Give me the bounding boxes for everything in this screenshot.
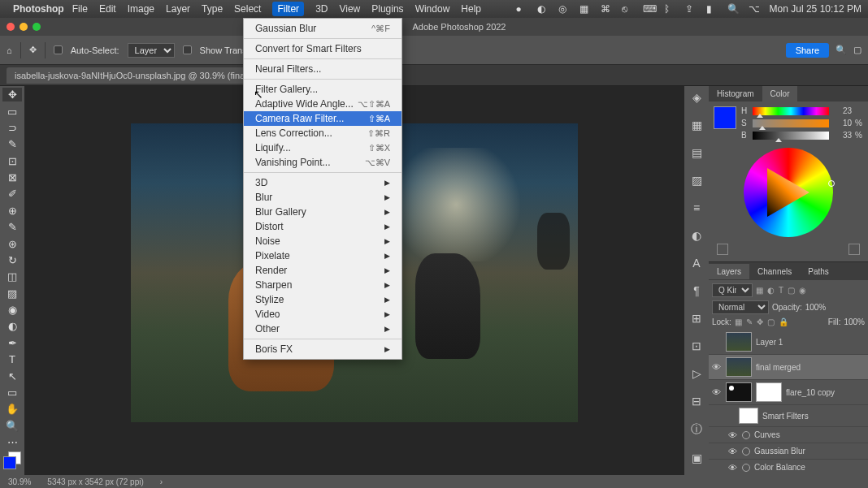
menu-edit[interactable]: Edit [99,3,116,15]
menu-select[interactable]: Select [234,3,261,15]
home-icon[interactable]: ⌂ [7,45,12,55]
filter-adjust-icon[interactable]: ◐ [767,286,775,295]
channels-tab[interactable]: Channels [749,264,800,279]
filter-stylize-submenu[interactable]: Stylize▶ [244,292,401,307]
status-icon-3[interactable]: ◎ [558,3,570,15]
lock-pixels-icon[interactable]: ✎ [746,317,753,326]
visibility-toggle[interactable]: 👁 [728,430,738,440]
zoom-tool[interactable]: 🔍 [2,419,22,433]
wifi2-icon[interactable]: ⇪ [685,3,697,15]
filter-vanishing-item[interactable]: Vanishing Point...⌥⌘V [244,155,401,170]
filter-render-submenu[interactable]: Render▶ [244,263,401,278]
paths-tab[interactable]: Paths [800,264,837,279]
filter-type-icon[interactable]: T [779,286,783,295]
filter-adaptive-item[interactable]: Adaptive Wide Angle...⌥⇧⌘A [244,97,401,111]
filter-gallery-item[interactable]: Filter Gallery... [244,82,401,97]
move-tool-icon[interactable]: ✥ [29,45,37,55]
frame-tool[interactable]: ⊠ [2,171,22,184]
show-transform-checkbox[interactable] [183,45,192,54]
blur-tool[interactable]: ◉ [2,303,22,317]
history-brush-tool[interactable]: ↻ [2,253,22,267]
filter-noise-submenu[interactable]: Noise▶ [244,234,401,248]
hue-slider[interactable] [753,107,829,115]
lock-all-icon[interactable]: 🔒 [779,317,788,326]
filter-last-item[interactable]: Gaussian Blur^⌘F [244,21,401,36]
path-tool[interactable]: ↖ [2,369,22,382]
crop-tool[interactable]: ⊡ [2,154,22,168]
share-button[interactable]: Share [786,43,829,58]
status-chevron-icon[interactable]: › [160,477,163,486]
brushes-panel-icon[interactable]: ⊞ [692,312,701,325]
clone-panel-icon[interactable]: ⊡ [692,339,701,352]
layer-name[interactable]: Color Balance [754,463,865,472]
filter-camera-raw-item[interactable]: Camera Raw Filter...⇧⌘A [244,111,401,126]
color-swatches[interactable] [2,451,23,470]
filter-smart-icon[interactable]: ◉ [799,286,806,295]
filter-liquify-item[interactable]: Liquify...⇧⌘X [244,140,401,155]
visibility-toggle[interactable]: 👁 [712,362,722,372]
menu-view[interactable]: View [339,3,360,15]
filter-blur-gallery-submenu[interactable]: Blur Gallery▶ [244,205,401,219]
menu-plugins[interactable]: Plugins [371,3,403,15]
layer-thumbnail[interactable] [726,332,752,352]
properties-panel-icon[interactable]: ≡ [693,201,700,214]
layer-mask-thumbnail[interactable] [756,382,782,402]
layer-name[interactable]: final merged [756,363,865,372]
wifi-icon[interactable]: ⌨ [643,3,654,15]
filter-sharpen-submenu[interactable]: Sharpen▶ [244,278,401,292]
navigator-panel-icon[interactable]: ▣ [692,451,702,464]
foreground-color[interactable] [3,456,16,469]
menu-help[interactable]: Help [461,3,481,15]
layer-row[interactable]: 👁flare_10 copy [709,380,868,405]
menu-3d[interactable]: 3D [315,3,328,15]
zoom-level[interactable]: 30.9% [8,477,31,486]
close-window-button[interactable] [7,23,15,31]
histogram-tab[interactable]: Histogram [709,86,762,101]
filter-kind-dropdown[interactable]: Q Kind [712,283,753,297]
layer-row[interactable]: Layer 1 [709,330,868,355]
gradient-tool[interactable]: ▨ [2,287,22,300]
color-wheel[interactable] [744,148,833,237]
patterns-panel-icon[interactable]: ▨ [692,174,702,187]
marquee-tool[interactable]: ▭ [2,104,22,118]
smart-filter-mask[interactable] [739,408,758,424]
filter-convert-smart-item[interactable]: Convert for Smart Filters [244,41,401,56]
layer-thumbnail[interactable] [726,357,752,377]
hue-value[interactable]: 23 [832,106,852,115]
filter-neural-item[interactable]: Neural Filters... [244,62,401,76]
edit-toolbar[interactable]: ⋯ [2,435,22,449]
menu-layer[interactable]: Layer [166,3,190,15]
actions-panel-icon[interactable]: ▷ [692,367,701,380]
type-tool[interactable]: T [2,352,22,366]
layer-row[interactable]: 👁Curves [709,427,868,443]
layer-thumbnail[interactable] [726,382,752,402]
status-icon-4[interactable]: ▦ [579,3,591,15]
stamp-tool[interactable]: ⊛ [2,236,22,250]
dodge-tool[interactable]: ◐ [2,319,22,333]
filter-other-submenu[interactable]: Other▶ [244,322,401,336]
app-name[interactable]: Photoshop [13,3,64,15]
search-tool-icon[interactable]: 🔍 [835,45,847,55]
filter-3d-submenu[interactable]: 3D▶ [244,175,401,190]
clock[interactable]: Mon Jul 25 10:12 PM [770,3,861,15]
document-tab[interactable]: isabella-juskova-9aNItHjuOc0-unsplash.jp… [7,67,277,84]
wheel-mode-icon[interactable] [717,244,728,255]
layer-row[interactable]: 👁Color Balance [709,460,868,476]
paragraph-panel-icon[interactable]: ¶ [693,284,700,297]
filter-lens-item[interactable]: Lens Correction...⇧⌘R [244,126,401,140]
adjustments-panel-icon[interactable]: ◐ [692,229,701,242]
layer-name[interactable]: Gaussian Blur [754,447,865,456]
lock-artboard-icon[interactable]: ▢ [767,317,775,326]
auto-select-checkbox[interactable] [54,45,63,54]
status-icon-1[interactable]: ● [516,3,527,15]
layer-row[interactable]: 👁final merged [709,355,868,380]
menu-window[interactable]: Window [415,3,450,15]
color-tab[interactable]: Color [762,86,798,101]
current-color-swatch[interactable] [714,106,736,129]
status-icon-6[interactable]: ⎋ [622,3,633,15]
move-tool[interactable]: ✥ [2,88,22,101]
eyedropper-tool[interactable]: ✐ [2,187,22,201]
filter-blend-icon[interactable] [742,447,750,456]
visibility-toggle[interactable]: 👁 [728,463,738,473]
swatches-panel-icon[interactable]: ▦ [692,119,702,132]
